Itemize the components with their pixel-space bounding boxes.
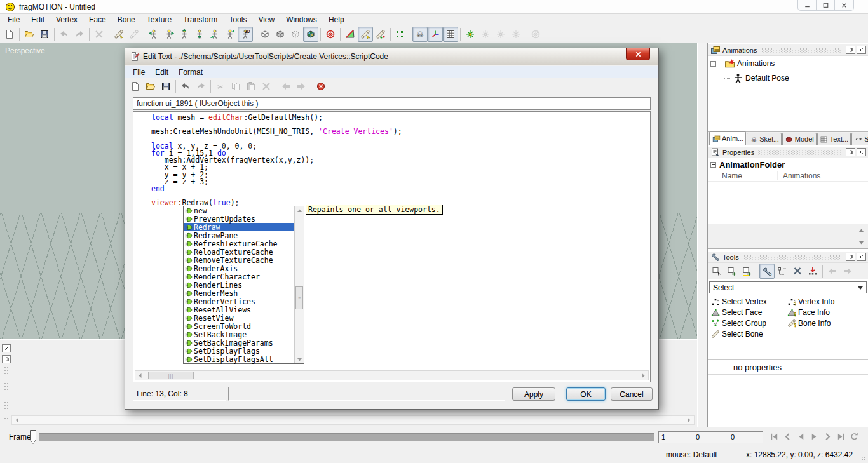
tab-model[interactable]: Model	[782, 133, 817, 145]
vscroll-thumb[interactable]: ≡	[295, 286, 303, 309]
autocomplete-item-resetallviews[interactable]: ResetAllViews	[184, 305, 294, 314]
close-icon[interactable]	[857, 148, 866, 156]
autocomplete-item-redraw[interactable]: Redraw	[184, 223, 294, 231]
autocomplete-item-setdisplayflagsall[interactable]: SetDisplayFlagsAll	[184, 355, 294, 363]
scroll-left-icon[interactable]	[135, 372, 145, 380]
code-line[interactable]: mesh:CreateMeshUndoUnit(MESH_NO_TRIS, 'C…	[151, 128, 650, 135]
tab-sch[interactable]: Sch...	[851, 133, 868, 145]
tool-options-button[interactable]	[790, 264, 805, 279]
solid-view-button[interactable]	[273, 27, 288, 42]
move-out-button[interactable]	[222, 27, 238, 42]
menu-tools[interactable]: Tools	[223, 15, 252, 25]
dialog-menu-format[interactable]: Format	[173, 67, 208, 77]
loop-playback-button[interactable]	[848, 430, 861, 443]
autocomplete-item-rendermesh[interactable]: RenderMesh	[184, 289, 294, 297]
panel-grip[interactable]	[758, 150, 841, 155]
pin-icon[interactable]	[846, 46, 855, 54]
autocomplete-scrollbar[interactable]: ≡	[294, 206, 304, 363]
scroll-down-icon[interactable]	[295, 354, 304, 363]
show-skeleton-button[interactable]: ☠	[412, 27, 428, 42]
tree-node-animations[interactable]: Animations	[710, 58, 775, 69]
close-icon[interactable]	[857, 46, 866, 54]
menu-view[interactable]: View	[252, 15, 280, 25]
tool-select-group[interactable]: Select Group	[710, 318, 787, 328]
texture-faces-button[interactable]	[342, 27, 358, 42]
close-icon[interactable]	[857, 253, 866, 261]
textured-view-button[interactable]	[303, 27, 318, 42]
scroll-down-icon[interactable]	[858, 239, 865, 245]
code-line[interactable]: end	[151, 185, 650, 192]
menu-windows[interactable]: Windows	[280, 15, 323, 25]
dock-pin-button[interactable]	[2, 355, 11, 363]
stop-script-button[interactable]	[313, 79, 329, 94]
autocomplete-item-setbackimage[interactable]: SetBackImage	[184, 330, 294, 339]
tool-bone-info[interactable]: ?Bone Info	[787, 318, 863, 328]
property-group-row[interactable]: AnimationFolder	[708, 158, 868, 171]
show-vertices-button[interactable]	[393, 27, 408, 42]
apply-button[interactable]: Apply	[512, 387, 555, 401]
autocomplete-item-removetexturecache[interactable]: RemoveTextureCache	[184, 256, 294, 264]
hscroll-thumb[interactable]: |||	[148, 372, 194, 379]
show-axis-button[interactable]	[428, 27, 443, 42]
color-wheel-button[interactable]	[323, 27, 338, 42]
open-file-button[interactable]	[22, 27, 37, 42]
open-script-button[interactable]	[143, 79, 158, 94]
property-value[interactable]: Animations	[778, 171, 820, 180]
autocomplete-item-resetview[interactable]: ResetView	[184, 314, 294, 322]
autocomplete-item-new[interactable]: new	[184, 206, 294, 215]
autocomplete-item-renderaxis[interactable]: RenderAxis	[184, 264, 294, 272]
code-line[interactable]: x = x + 1;	[151, 164, 650, 171]
autocomplete-item-screentoworld[interactable]: ScreenToWorld	[184, 322, 294, 330]
collapse-icon[interactable]	[710, 162, 716, 168]
wireframe-view-button[interactable]	[257, 27, 273, 42]
code-lines[interactable]: local mesh = editChar:GetDefaultMesh(); …	[133, 114, 650, 207]
code-line[interactable]: y = y + 2;	[151, 171, 650, 178]
edit-tool-button[interactable]	[740, 264, 755, 279]
frame-slider-track[interactable]	[39, 433, 654, 441]
new-file-button[interactable]	[2, 27, 17, 42]
bottom-panel-hscrollbar[interactable]	[11, 415, 695, 425]
import-tool-button[interactable]	[805, 264, 820, 279]
vertical-splitter[interactable]	[697, 43, 707, 427]
code-hscrollbar[interactable]: |||	[135, 370, 649, 380]
show-bones-button[interactable]	[358, 27, 373, 42]
panel-gr­ip[interactable]	[761, 48, 841, 53]
menu-transform[interactable]: Transform	[177, 15, 223, 25]
autocomplete-item-renderlines[interactable]: RenderLines	[184, 281, 294, 289]
ghost-view-button[interactable]	[288, 27, 303, 42]
close-button[interactable]	[835, 0, 853, 10]
copy-tool-button[interactable]	[709, 264, 724, 279]
tab-skel[interactable]: ☠Skel...	[747, 133, 782, 145]
scroll-right-icon[interactable]	[639, 372, 648, 380]
menu-vertex[interactable]: Vertex	[50, 15, 83, 25]
save-script-button[interactable]	[158, 79, 173, 94]
scroll-left-icon[interactable]	[12, 416, 22, 424]
pin-icon[interactable]	[846, 253, 855, 261]
scroll-right-icon[interactable]	[684, 416, 694, 424]
view-3d-button[interactable]: 3D	[238, 27, 253, 42]
assign-bone-button[interactable]	[111, 27, 126, 42]
pin-icon[interactable]	[846, 148, 855, 156]
menu-face[interactable]: Face	[83, 15, 112, 25]
last-frame-button[interactable]	[834, 430, 848, 443]
code-line[interactable]: z = z + 3;	[151, 178, 650, 185]
play-forward-button[interactable]	[808, 430, 821, 443]
scroll-up-icon[interactable]	[858, 228, 865, 234]
dock-close-button[interactable]	[2, 344, 11, 352]
first-frame-button[interactable]	[768, 430, 781, 443]
autocomplete-item-redrawpane[interactable]: RedrawPane	[184, 231, 294, 239]
dialog-menu-edit[interactable]: Edit	[150, 67, 173, 77]
autocomplete-item-reloadtexturecache[interactable]: ReloadTextureCache	[184, 248, 294, 256]
autocomplete-item-rendervertices[interactable]: RenderVertices	[184, 297, 294, 305]
ok-button[interactable]: OK	[566, 387, 606, 401]
code-line[interactable]: local mesh = editChar:GetDefaultMesh();	[151, 114, 650, 121]
save-file-button[interactable]	[37, 27, 52, 42]
autocomplete-item-preventupdates[interactable]: PreventUpdates	[184, 215, 294, 223]
current-frame-field[interactable]: 1	[658, 431, 693, 443]
collapse-icon[interactable]	[710, 61, 716, 67]
code-line[interactable]: mesh:AddVertex(fragVertex(x,y,z));	[151, 157, 650, 164]
menu-edit[interactable]: Edit	[25, 15, 50, 25]
tool-vertex-info[interactable]: ?Vertex Info	[787, 296, 863, 307]
next-key-button[interactable]	[821, 430, 834, 443]
panel-grip[interactable]	[743, 255, 841, 260]
